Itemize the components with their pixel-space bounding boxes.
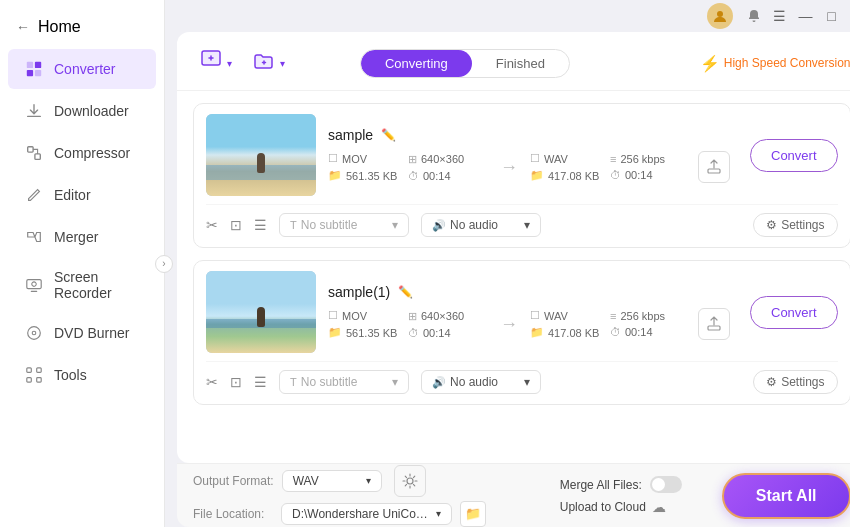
sidebar-item-downloader[interactable]: Downloader: [8, 91, 156, 131]
output-meta-1: ☐WAV 📁417.08 KB: [530, 309, 610, 339]
input-meta-0: ☐ MOV 📁 561.35 KB: [328, 152, 408, 182]
notification-icon[interactable]: [745, 7, 763, 25]
audio-chevron: ▾: [524, 218, 530, 232]
speed-label: High Speed Conversion: [724, 56, 850, 70]
file-list: sample ✏️ ☐ MOV: [177, 91, 850, 463]
start-all-button[interactable]: Start All: [722, 473, 850, 519]
add-file-chevron: ▾: [227, 58, 232, 69]
upload-icon-btn-1[interactable]: [698, 308, 730, 340]
arrow-0: →: [488, 157, 530, 178]
more-tool-icon-0[interactable]: ☰: [254, 217, 267, 233]
browse-folder-button[interactable]: 📁: [460, 501, 486, 527]
sidebar-item-label-compressor: Compressor: [54, 145, 130, 161]
sidebar-item-editor[interactable]: Editor: [8, 175, 156, 215]
sidebar-item-tools[interactable]: Tools: [8, 355, 156, 395]
avatar[interactable]: [707, 3, 733, 29]
svg-rect-6: [27, 280, 41, 289]
add-file-button[interactable]: ▾: [193, 44, 238, 82]
sidebar-home-label: Home: [38, 18, 81, 36]
settings-button-1[interactable]: ⚙ Settings: [753, 370, 837, 394]
merge-all-row: Merge All Files:: [560, 476, 682, 493]
subtitle-select-1[interactable]: T No subtitle ▾: [279, 370, 409, 394]
sidebar-collapse-button[interactable]: ›: [155, 255, 173, 273]
subtitle-select-0[interactable]: T No subtitle ▾: [279, 213, 409, 237]
file-thumbnail-1: [206, 271, 316, 353]
svg-rect-4: [28, 147, 33, 152]
sidebar-item-label-merger: Merger: [54, 229, 98, 245]
file-item-tools-0: ✂ ⊡ ☰ T No subtitle ▾ 🔊 No audio ▾: [206, 204, 838, 237]
sidebar-item-merger[interactable]: Merger: [8, 217, 156, 257]
tab-finished[interactable]: Finished: [472, 50, 569, 77]
audio-value-1: No audio: [450, 375, 498, 389]
edit-name-icon-0[interactable]: ✏️: [381, 128, 396, 142]
file-info-0: sample ✏️ ☐ MOV: [316, 127, 750, 183]
format-select-value: WAV: [293, 474, 319, 488]
audio-select-1[interactable]: 🔊 No audio ▾: [421, 370, 541, 394]
input-duration-item-0: ⏱ 00:14: [408, 170, 488, 182]
downloader-icon: [24, 101, 44, 121]
location-value: D:\Wondershare UniConverter 1: [292, 507, 432, 521]
file-meta-row-1: ☐MOV 📁561.35 KB ⊞640×360 ⏱00:14 → ☐WAV: [328, 308, 738, 340]
subtitle-icon: T: [290, 219, 297, 231]
crop-tool-icon-1[interactable]: ⊡: [230, 374, 242, 390]
svg-point-7: [32, 282, 37, 287]
output-size-item-0: 📁 417.08 KB: [530, 169, 610, 182]
sidebar-item-label-screen-recorder: Screen Recorder: [54, 269, 140, 301]
merge-all-label: Merge All Files:: [560, 478, 642, 492]
output-format-item-0: ☐ WAV: [530, 152, 610, 165]
convert-button-0[interactable]: Convert: [750, 139, 838, 172]
sidebar-item-screen-recorder[interactable]: Screen Recorder: [8, 259, 156, 311]
file-location-select[interactable]: D:\Wondershare UniConverter 1 ▾: [281, 503, 452, 525]
edit-name-icon-1[interactable]: ✏️: [398, 285, 413, 299]
res-icon-1: ⊞: [408, 310, 417, 323]
file-info-1: sample(1) ✏️ ☐MOV 📁561.35 KB ⊞640×360: [316, 284, 750, 340]
input-resolution-item-0: ⊞ 640×360: [408, 153, 488, 166]
cut-tool-icon-0[interactable]: ✂: [206, 217, 218, 233]
file-item: sample ✏️ ☐ MOV: [193, 103, 850, 248]
content-card: ▾ ▾ Converting Finished ⚡: [177, 32, 850, 463]
audio-icon-1: 🔊: [432, 376, 446, 389]
tab-converting[interactable]: Converting: [361, 50, 472, 77]
sidebar-item-label-downloader: Downloader: [54, 103, 129, 119]
settings-button-0[interactable]: ⚙ Settings: [753, 213, 837, 237]
more-tool-icon-1[interactable]: ☰: [254, 374, 267, 390]
output-duration-item-0: ⏱ 00:14: [610, 169, 690, 181]
add-folder-button[interactable]: ▾: [246, 46, 291, 81]
convert-button-1[interactable]: Convert: [750, 296, 838, 329]
file-meta-row-0: ☐ MOV 📁 561.35 KB: [328, 151, 738, 183]
sidebar-item-compressor[interactable]: Compressor: [8, 133, 156, 173]
tab-group: Converting Finished: [360, 49, 570, 78]
file-name-row-1: sample(1) ✏️: [328, 284, 738, 300]
svg-rect-12: [27, 378, 32, 383]
upload-icon-btn-0[interactable]: [698, 151, 730, 183]
svg-point-14: [717, 11, 723, 17]
sidebar-item-converter[interactable]: Converter: [8, 49, 156, 89]
clock-icon-1: ⏱: [408, 327, 419, 339]
subtitle-t-icon-1: T: [290, 376, 297, 388]
maximize-button[interactable]: □: [823, 7, 841, 25]
output-format-select[interactable]: WAV ▾: [282, 470, 382, 492]
upload-cloud-row[interactable]: Upload to Cloud ☁: [560, 499, 682, 515]
subtitle-chevron-1: ▾: [392, 375, 398, 389]
output-settings-icon[interactable]: [394, 465, 426, 497]
cut-tool-icon-1[interactable]: ✂: [206, 374, 218, 390]
file-location-row: File Location: D:\Wondershare UniConvert…: [193, 501, 540, 527]
converter-icon: [24, 59, 44, 79]
minimize-button[interactable]: —: [797, 7, 815, 25]
add-file-icon: [199, 48, 223, 78]
format-select-chevron: ▾: [366, 475, 371, 486]
crop-tool-icon-0[interactable]: ⊡: [230, 217, 242, 233]
svg-rect-0: [27, 62, 33, 68]
output-bitrate-0: 256 kbps: [620, 153, 665, 165]
clock-icon: ⏱: [408, 170, 419, 182]
audio-select-0[interactable]: 🔊 No audio ▾: [421, 213, 541, 237]
audio-icon: 🔊: [432, 219, 446, 232]
input-duration-0: 00:14: [423, 170, 451, 182]
svg-rect-16: [708, 169, 720, 173]
output-size-1: 417.08 KB: [548, 327, 599, 339]
sidebar-home[interactable]: ← Home: [0, 10, 164, 44]
location-chevron: ▾: [436, 508, 441, 519]
sidebar-item-dvd-burner[interactable]: DVD Burner: [8, 313, 156, 353]
merge-toggle[interactable]: [650, 476, 682, 493]
menu-icon[interactable]: ☰: [771, 7, 789, 25]
